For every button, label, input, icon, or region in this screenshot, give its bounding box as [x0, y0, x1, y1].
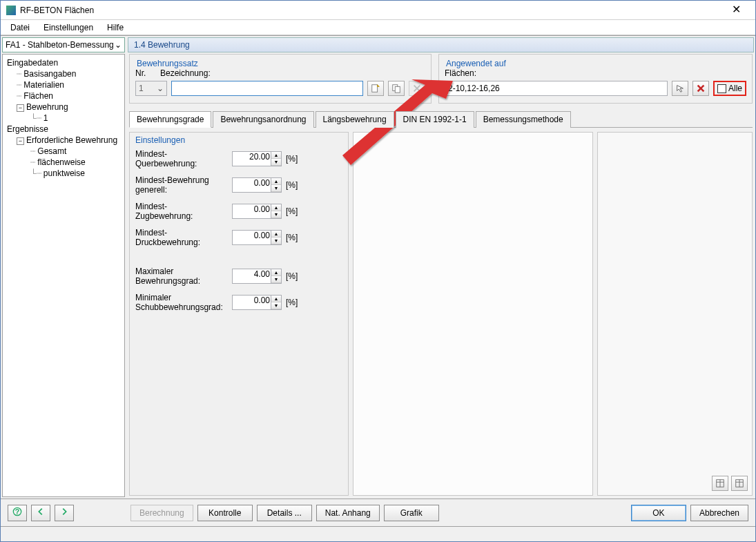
setting-label: Mindest-Zugbewehrung: [135, 202, 232, 221]
grafik-button[interactable]: Grafik [384, 505, 439, 521]
tree-flaechen[interactable]: ┈ Flächen [4, 90, 123, 101]
numeric-input[interactable]: 0.00▲▼ [232, 295, 282, 310]
window-title: RF-BETON Flächen [20, 6, 722, 15]
tree-basisangaben[interactable]: ┈ Basisangaben [4, 68, 123, 79]
help-button[interactable]: ? [8, 505, 27, 521]
collapse-icon[interactable]: − [17, 137, 24, 145]
tree-erf-bewehrung[interactable]: −Erforderliche Bewehrung [4, 135, 123, 146]
tab-din-en-1992[interactable]: DIN EN 1992-1-1 [396, 111, 474, 128]
prev-button[interactable] [31, 505, 50, 521]
spin-up-icon[interactable]: ▲ [271, 231, 281, 238]
pick-flaechen-button[interactable] [672, 81, 688, 96]
group-bewehrungssatz: Bewehrungssatz Nr. Bezeichnung: 1 ⌄ [129, 54, 432, 104]
flaechen-label: Flächen: [445, 68, 746, 78]
pick-icon [675, 84, 685, 93]
unit-label: [%] [286, 206, 298, 216]
close-button[interactable]: ✕ [722, 2, 750, 19]
tabs: Bewehrungsgrade Bewehrungsanordnung Läng… [129, 110, 753, 128]
spinner[interactable]: ▲▼ [271, 178, 281, 192]
berechnung-button: Berechnung [130, 505, 193, 521]
next-button[interactable] [55, 505, 74, 521]
alle-checkbox[interactable] [717, 84, 726, 93]
setting-row: Mindest-Querbewehrung:20.00▲▼[%] [135, 149, 342, 168]
tab-bewehrungsanordnung[interactable]: Bewehrungsanordnung [213, 111, 313, 128]
chevron-right-icon [59, 507, 69, 516]
unit-label: [%] [286, 154, 298, 164]
chevron-down-icon: ⌄ [115, 40, 122, 50]
spinner[interactable]: ▲▼ [271, 204, 281, 218]
unit-label: [%] [286, 233, 298, 242]
spin-down-icon[interactable]: ▼ [271, 238, 281, 244]
spinner[interactable]: ▲▼ [271, 152, 281, 166]
menu-hilfe[interactable]: Hilfe [101, 21, 129, 34]
tree-eingabedaten[interactable]: Eingabedaten [4, 57, 123, 68]
group-angewendet: Angewendet auf Flächen: Alle [438, 54, 753, 104]
menu-datei[interactable]: Datei [5, 21, 35, 34]
status-bar [1, 526, 755, 541]
tree-bewehrung[interactable]: −Bewehrung [4, 101, 123, 113]
setting-row: Mindest-Zugbewehrung:0.00▲▼[%] [135, 202, 342, 221]
delete-icon [696, 84, 706, 93]
spinner[interactable]: ▲▼ [271, 269, 281, 283]
nr-dropdown[interactable]: 1 ⌄ [135, 81, 167, 96]
bezeichnung-label: Bezeichnung: [160, 68, 425, 78]
tab-body: Einstellungen Mindest-Querbewehrung:20.0… [128, 128, 754, 497]
load-case-combo[interactable]: FA1 - Stahlbeton-Bemessung ⌄ [2, 37, 125, 52]
sidebar: FA1 - Stahlbeton-Bemessung ⌄ Eingabedate… [2, 37, 125, 497]
numeric-input[interactable]: 4.00▲▼ [232, 269, 282, 284]
info-button-1[interactable] [712, 476, 728, 491]
new-set-button[interactable] [367, 81, 384, 96]
spin-down-icon[interactable]: ▼ [271, 185, 281, 192]
title-bar: RF-BETON Flächen ✕ [1, 1, 755, 20]
delete-set-button [409, 81, 425, 96]
nr-value: 1 [139, 84, 144, 93]
numeric-input[interactable]: 0.00▲▼ [232, 230, 282, 245]
alle-highlight-box: Alle [713, 81, 746, 96]
setting-label: Mindest-Bewehrunggenerell: [135, 175, 232, 195]
clear-flaechen-button[interactable] [692, 81, 709, 96]
spin-up-icon[interactable]: ▲ [271, 204, 281, 211]
setting-label: Mindest-Querbewehrung: [135, 149, 232, 168]
spin-down-icon[interactable]: ▼ [271, 211, 281, 218]
nav-tree: Eingabedaten ┈ Basisangaben ┈ Materialie… [2, 54, 125, 497]
nr-label: Nr. [135, 68, 156, 78]
menu-einstellungen[interactable]: Einstellungen [38, 21, 99, 34]
copy-set-button[interactable] [388, 81, 405, 96]
numeric-input[interactable]: 0.00▲▼ [232, 177, 282, 193]
tab-bemessungsmethode[interactable]: Bemessungsmethode [476, 111, 571, 128]
tab-bewehrungsgrade[interactable]: Bewehrungsgrade [129, 111, 211, 128]
collapse-icon[interactable]: − [17, 104, 24, 112]
details-button[interactable]: Details ... [257, 505, 312, 521]
spinner[interactable]: ▲▼ [271, 231, 281, 244]
tree-gesamt[interactable]: ┈ Gesamt [4, 146, 123, 157]
ok-button[interactable]: OK [631, 505, 686, 521]
menu-bar: Datei Einstellungen Hilfe [1, 20, 755, 35]
spin-down-icon[interactable]: ▼ [271, 276, 281, 283]
numeric-input[interactable]: 0.00▲▼ [232, 204, 282, 219]
numeric-input[interactable]: 20.00▲▼ [232, 151, 282, 166]
info-button-2[interactable] [731, 476, 748, 491]
unit-label: [%] [286, 180, 298, 190]
setting-row: MaximalerBewehrungsgrad:4.00▲▼[%] [135, 267, 342, 286]
tree-punktweise[interactable]: └┈ punktweise [4, 168, 123, 179]
kontrolle-button[interactable]: Kontrolle [197, 505, 253, 521]
bottom-bar: ? Berechnung Kontrolle Details ... Nat. … [1, 499, 755, 526]
tree-flaechenweise[interactable]: ┈ flächenweise [4, 157, 123, 168]
spin-up-icon[interactable]: ▲ [271, 269, 281, 276]
spin-up-icon[interactable]: ▲ [271, 178, 281, 185]
spin-up-icon[interactable]: ▲ [271, 152, 281, 159]
tree-bewehrung-1[interactable]: └┈ 1 [4, 113, 123, 124]
flaechen-input[interactable] [445, 81, 668, 96]
spin-up-icon[interactable]: ▲ [271, 296, 281, 302]
svg-text:?: ? [15, 507, 19, 516]
tree-ergebnisse[interactable]: Ergebnisse [4, 124, 123, 135]
abbrechen-button[interactable]: Abbrechen [690, 505, 748, 521]
tree-materialien[interactable]: ┈ Materialien [4, 79, 123, 90]
spinner[interactable]: ▲▼ [271, 296, 281, 309]
spin-down-icon[interactable]: ▼ [271, 159, 281, 166]
spin-down-icon[interactable]: ▼ [271, 302, 281, 309]
copy-icon [391, 84, 401, 93]
nat-anhang-button[interactable]: Nat. Anhang [316, 505, 380, 521]
bezeichnung-input[interactable] [171, 81, 363, 96]
tab-laengsbewehrung[interactable]: Längsbewehrung [316, 111, 394, 128]
